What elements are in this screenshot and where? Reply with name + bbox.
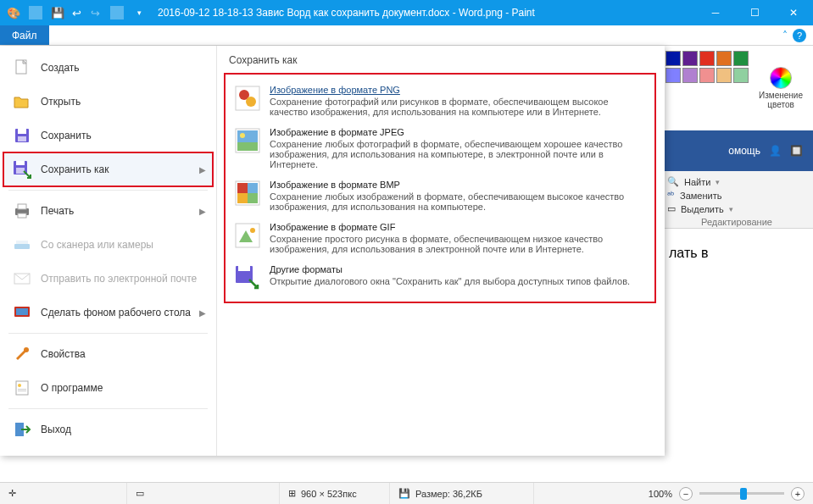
other-formats-icon (234, 264, 261, 291)
zoom-out-button[interactable]: − (679, 487, 693, 501)
file-menu-open[interactable]: Открыть (3, 85, 213, 119)
file-menu-print[interactable]: Печать ▶ (3, 194, 213, 228)
svg-rect-3 (18, 136, 26, 141)
option-desc: Сохранение фотографий или рисунков в фор… (270, 97, 646, 117)
save-as-gif[interactable]: Изображение в формате GIF Сохранение про… (231, 217, 649, 259)
help-icon[interactable]: ? (793, 29, 806, 42)
properties-icon (12, 344, 32, 364)
status-selection-size: ▭ (127, 483, 280, 504)
crosshair-icon: ✛ (8, 488, 16, 499)
qat-divider (29, 6, 42, 19)
svg-rect-5 (16, 161, 25, 165)
svg-rect-16 (16, 381, 28, 395)
file-menu-left-column: Создать Открыть Сохранить Сохранить как … (0, 46, 217, 456)
file-menu-properties[interactable]: Свойства (3, 337, 213, 371)
save-as-options-panel: Изображение в формате PNG Сохранение фот… (224, 73, 656, 303)
edit-colors-button[interactable]: Изменение цветов (754, 46, 808, 130)
find-icon: 🔍 (667, 176, 679, 187)
zoom-control[interactable]: 100% − + (640, 487, 813, 501)
svg-rect-36 (238, 266, 250, 271)
window-controls: ─ ☐ ✕ (696, 0, 813, 25)
window-title: 2016-09-12 18-18-13 Завис Ворд как сохра… (153, 7, 696, 19)
exit-icon (12, 419, 32, 440)
file-menu-exit[interactable]: Выход (3, 413, 213, 446)
svg-rect-10 (14, 244, 30, 249)
redo-icon[interactable]: ↪ (88, 6, 102, 19)
disk-icon: 💾 (398, 488, 410, 499)
menu-label: Сделать фоном рабочего стола (41, 307, 191, 318)
status-bar: ✛ ▭ ⊞ 960 × 523пкс 💾 Размер: 36,2КБ 100%… (0, 482, 813, 504)
save-as-bmp[interactable]: Изображение в формате BMP Сохранение люб… (231, 174, 649, 217)
menu-label: Создать (41, 62, 80, 74)
file-menu-about[interactable]: О программе (3, 371, 213, 405)
file-menu-new[interactable]: Создать (3, 51, 213, 85)
color-palette[interactable] (660, 46, 754, 130)
svg-rect-6 (16, 168, 25, 174)
print-icon (12, 201, 32, 221)
open-icon (12, 91, 32, 112)
jpeg-icon (234, 127, 261, 154)
zoom-in-button[interactable]: + (791, 487, 805, 501)
replace-icon: ᵃᵇ (667, 190, 675, 201)
submenu-arrow-icon: ▶ (199, 308, 206, 318)
zoom-thumb[interactable] (740, 488, 747, 500)
save-as-jpeg[interactable]: Изображение в формате JPEG Сохранение лю… (231, 122, 649, 174)
menu-separator (8, 408, 208, 409)
svg-rect-31 (237, 193, 248, 203)
menu-label: Печать (41, 205, 74, 217)
option-desc: Открытие диалогового окна "Сохранить как… (270, 276, 630, 286)
save-as-png[interactable]: Изображение в формате PNG Сохранение фот… (231, 80, 649, 122)
submenu-arrow-icon: ▶ (199, 207, 206, 216)
qat-divider (110, 6, 124, 19)
option-title: Изображение в формате PNG (270, 85, 646, 95)
option-title: Изображение в формате JPEG (270, 127, 646, 137)
word-group-label: Редактирование (667, 217, 806, 227)
svg-rect-9 (18, 213, 26, 218)
desktop-icon (12, 302, 32, 323)
ribbon-collapse-icon[interactable]: ˄ (782, 30, 788, 42)
save-as-other[interactable]: Другие форматы Открытие диалогового окна… (231, 259, 649, 296)
svg-rect-29 (237, 183, 248, 193)
bmp-icon (234, 180, 261, 207)
file-menu-right-column: Сохранить как Изображение в формате PNG … (217, 46, 665, 456)
option-title: Изображение в формате GIF (270, 222, 646, 232)
save-icon[interactable]: 💾 (51, 6, 64, 19)
menu-label: Со сканера или камеры (41, 239, 153, 251)
svg-point-17 (18, 384, 21, 387)
file-tab[interactable]: Файл (0, 25, 49, 45)
minimize-button[interactable]: ─ (696, 0, 735, 25)
save-icon (12, 125, 32, 146)
svg-rect-30 (248, 183, 258, 193)
svg-rect-8 (18, 204, 26, 209)
maximize-button[interactable]: ☐ (735, 0, 774, 25)
svg-rect-18 (18, 389, 26, 390)
word-titlebar: омощь 👤 🔲 (660, 130, 813, 171)
submenu-title: Сохранить как (217, 46, 665, 71)
file-menu-save-as[interactable]: Сохранить как ▶ (3, 152, 213, 186)
selection-icon: ▭ (136, 488, 144, 499)
menu-label: Сохранить (41, 130, 92, 141)
file-menu-desktop[interactable]: Сделать фоном рабочего стола ▶ (3, 296, 213, 330)
quick-access-toolbar: 🎨 💾 ↩ ↪ ▾ (0, 6, 153, 19)
svg-point-27 (240, 133, 245, 138)
about-icon (12, 378, 32, 398)
undo-icon[interactable]: ↩ (70, 6, 83, 19)
svg-point-23 (246, 97, 256, 107)
gif-icon (234, 222, 261, 249)
paint-app-icon: 🎨 (7, 6, 20, 19)
word-ribbon-editing: 🔍Найти▾ ᵃᵇЗаменить ▭Выделить▾ Редактиров… (660, 171, 813, 229)
file-menu-save[interactable]: Сохранить (3, 119, 213, 152)
replace-label: Заменить (680, 191, 721, 201)
menu-label: Выход (41, 424, 71, 435)
zoom-slider[interactable] (699, 492, 784, 495)
close-button[interactable]: ✕ (774, 0, 813, 25)
option-title: Изображение в формате BMP (270, 180, 646, 190)
word-document-body: лать в (660, 229, 813, 278)
select-icon: ▭ (667, 203, 676, 214)
menu-label: Открыть (41, 96, 81, 108)
option-desc: Сохранение простого рисунка в формате, о… (270, 234, 646, 254)
ribbon-tab-row: Файл ˄ ? (0, 25, 813, 46)
customize-qat-icon[interactable]: ▾ (132, 6, 146, 19)
menu-separator (8, 333, 208, 334)
svg-point-15 (24, 347, 29, 352)
